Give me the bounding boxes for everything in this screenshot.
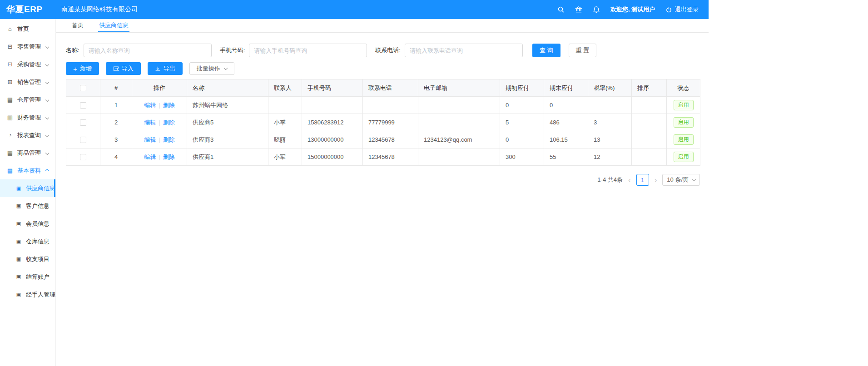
- sidebar-item-label: 基本资料: [17, 167, 41, 175]
- edit-link[interactable]: 编辑: [144, 102, 156, 109]
- opening-payable-cell: 0: [500, 97, 544, 114]
- closing-payable-cell: 486: [544, 114, 588, 131]
- checkbox-cell: [66, 131, 100, 148]
- sidebar-item-income-expense[interactable]: ▣收支项目: [0, 250, 55, 268]
- sidebar-item-settlement-account[interactable]: ▣结算账户: [0, 268, 55, 286]
- page-number-button[interactable]: 1: [636, 174, 649, 186]
- chevron-down-icon: [45, 134, 49, 137]
- phone-filter-input[interactable]: [249, 44, 367, 57]
- supplier-table-body: 1编辑|删除苏州蜗牛网络00启用2编辑|删除供应商5小季158062839127…: [66, 97, 700, 166]
- home-icon: ⌂: [6, 25, 14, 32]
- sidebar-item-report[interactable]: ◔报表查询: [0, 126, 55, 144]
- table-row: 2编辑|删除供应商5小季158062839127777999954863启用: [66, 114, 700, 131]
- edit-link[interactable]: 编辑: [144, 119, 156, 126]
- sidebar-item-warehouse-info[interactable]: ▣仓库信息: [0, 232, 55, 250]
- sidebar-item-customer-info[interactable]: ▣客户信息: [0, 197, 55, 215]
- prev-page-button[interactable]: ‹: [627, 176, 632, 184]
- sidebar-item-sales[interactable]: ⊞销售管理: [0, 73, 55, 91]
- name-cell: 供应商5: [187, 114, 268, 131]
- export-button[interactable]: 导出: [148, 62, 183, 75]
- next-page-button[interactable]: ›: [654, 176, 658, 184]
- sidebar-item-label: 零售管理: [17, 43, 41, 51]
- sidebar-item-warehouse[interactable]: ▤仓库管理: [0, 91, 55, 109]
- status-cell: 启用: [667, 114, 700, 131]
- doc-icon: ▣: [15, 256, 22, 262]
- column-header: 操作: [132, 79, 187, 97]
- sort-cell: [632, 148, 667, 166]
- table-row: 3编辑|删除供应商3晓丽13000000000123456781234123@q…: [66, 131, 700, 148]
- tel-filter-label: 联系电话:: [375, 46, 401, 54]
- delete-link[interactable]: 删除: [163, 119, 175, 126]
- warehouse-icon: ▤: [6, 96, 14, 103]
- edit-link[interactable]: 编辑: [144, 136, 156, 143]
- column-header: 期末应付: [544, 79, 588, 97]
- sidebar-item-supplier-info[interactable]: ▣供应商信息: [0, 179, 55, 197]
- status-cell: 启用: [667, 97, 700, 114]
- status-badge: 启用: [674, 117, 694, 128]
- row-checkbox[interactable]: [80, 119, 86, 126]
- reset-button[interactable]: 重 置: [569, 44, 597, 57]
- doc-icon: ▣: [15, 238, 22, 244]
- main-area: 首页供应商信息 名称: 手机号码: 联系电话: 查 询 重 置: [56, 19, 709, 366]
- name-filter-input[interactable]: [84, 44, 212, 57]
- sort-cell: [632, 131, 667, 148]
- search-icon[interactable]: [557, 6, 565, 14]
- sidebar-item-purchase[interactable]: ⊡采购管理: [0, 55, 55, 73]
- sidebar-item-home[interactable]: ⌂首页: [0, 20, 55, 38]
- page-size-select[interactable]: 10 条/页: [662, 174, 700, 186]
- tel-cell: 77779999: [363, 114, 418, 131]
- batch-operations-button[interactable]: 批量操作: [189, 62, 234, 75]
- row-checkbox[interactable]: [80, 102, 86, 109]
- sidebar-item-basic[interactable]: ▩基本资料: [0, 162, 55, 179]
- pagination: 1-4 共4条 ‹ 1 › 10 条/页: [66, 174, 700, 186]
- status-badge: 启用: [674, 152, 694, 162]
- header-checkbox[interactable]: [80, 85, 86, 91]
- chevron-down-icon: [45, 45, 49, 49]
- row-checkbox[interactable]: [80, 154, 86, 160]
- search-button[interactable]: 查 询: [532, 44, 560, 57]
- contact-cell: 晓丽: [268, 131, 302, 148]
- checkbox-cell: [66, 97, 100, 114]
- tab-home[interactable]: 首页: [71, 19, 84, 32]
- sidebar-item-label: 采购管理: [17, 60, 41, 69]
- row-checkbox[interactable]: [80, 137, 86, 143]
- sidebar-item-goods[interactable]: ▦商品管理: [0, 144, 55, 162]
- report-icon: ◔: [6, 132, 14, 138]
- sidebar-item-label: 会员信息: [26, 220, 50, 228]
- sidebar-item-label: 供应商信息: [26, 184, 55, 193]
- checkbox-cell: [66, 114, 100, 131]
- index-cell: 1: [100, 97, 132, 114]
- sidebar-item-handler-management[interactable]: ▣经手人管理: [0, 286, 55, 303]
- sidebar-item-finance[interactable]: ▥财务管理: [0, 109, 55, 126]
- add-button[interactable]: + 新增: [66, 62, 99, 75]
- bell-icon[interactable]: [593, 6, 600, 14]
- closing-payable-cell: 55: [544, 148, 588, 166]
- delete-link[interactable]: 删除: [163, 102, 175, 109]
- phone-cell: [302, 97, 363, 114]
- closing-payable-cell: 106.15: [544, 131, 588, 148]
- delete-link[interactable]: 删除: [163, 153, 175, 160]
- delete-link[interactable]: 删除: [163, 136, 175, 143]
- sidebar-item-label: 商品管理: [17, 149, 41, 157]
- tab-supplier[interactable]: 供应商信息: [98, 19, 129, 32]
- pagination-total: 1-4 共4条: [597, 176, 623, 184]
- sidebar-item-label: 收支项目: [26, 255, 50, 263]
- bank-icon[interactable]: [575, 6, 583, 14]
- link-divider: |: [159, 102, 160, 109]
- status-cell: 启用: [667, 148, 700, 166]
- welcome-text: 欢迎您, 测试用户: [610, 5, 655, 14]
- sidebar-item-retail[interactable]: ⊟零售管理: [0, 38, 55, 55]
- tax-rate-cell: 12: [588, 148, 632, 166]
- doc-icon: ▣: [15, 185, 22, 191]
- chevron-down-icon: [692, 177, 696, 181]
- opening-payable-cell: 0: [500, 131, 544, 148]
- tel-filter-input[interactable]: [405, 44, 523, 57]
- tax-rate-cell: 13: [588, 131, 632, 148]
- logout-button[interactable]: 退出登录: [665, 5, 699, 14]
- table-header-row: #操作名称联系人手机号码联系电话电子邮箱期初应付期末应付税率(%)排序状态: [66, 79, 700, 97]
- edit-link[interactable]: 编辑: [144, 153, 156, 160]
- sidebar-item-member-info[interactable]: ▣会员信息: [0, 215, 55, 232]
- plus-icon: +: [73, 65, 77, 72]
- import-button[interactable]: 导入: [106, 62, 141, 75]
- column-header: 状态: [667, 79, 700, 97]
